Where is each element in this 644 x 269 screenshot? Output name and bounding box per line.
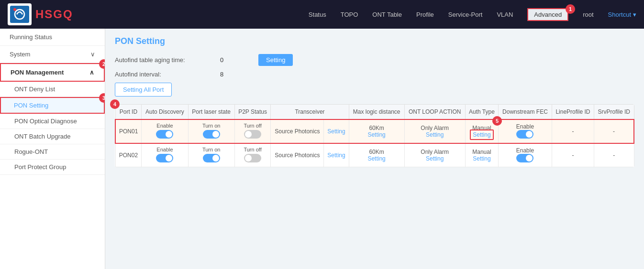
setting-all-port-button[interactable]: Setting All Port	[115, 83, 172, 97]
ont-loop-link[interactable]: Setting	[426, 131, 444, 138]
sidebar-pon-setting[interactable]: PON Setting	[0, 97, 105, 114]
max-dist-val: 60Km	[352, 125, 401, 131]
autofind-aging-value: 0	[220, 56, 249, 64]
port-laser-toggle[interactable]	[203, 130, 220, 139]
cell-p2p: Turn off	[234, 143, 271, 167]
cell-port-id: PON01	[115, 119, 142, 143]
auto-disc-toggle[interactable]	[156, 154, 173, 162]
port-laser-label: Turn on	[191, 147, 232, 152]
port-laser-label: Turn on	[191, 123, 232, 129]
col-transceiver: Transceiver	[271, 105, 349, 120]
cell-auto-disc: Enable	[142, 143, 188, 167]
cell-line-profile: -	[552, 143, 594, 167]
page-title: PON Setting	[115, 36, 634, 46]
cell-auto-disc: Enable	[142, 119, 188, 143]
cell-transceiver-name: Source Photonics	[271, 119, 324, 143]
max-dist-link[interactable]: Setting	[367, 155, 385, 162]
badge-4: 4	[110, 99, 120, 109]
autofind-interval-label: Autofind interval:	[115, 71, 211, 78]
cell-srv-profile: -	[594, 143, 634, 167]
ont-loop-label: Only Alarm	[408, 149, 462, 155]
content-area: PON Setting Autofind table aging time: 0…	[105, 29, 644, 269]
max-dist-val: 60Km	[352, 149, 401, 155]
svg-rect-0	[10, 6, 29, 23]
sidebar-rogue-ont[interactable]: Rogue-ONT	[0, 144, 105, 160]
col-srv-profile: SrvProfile ID	[594, 105, 634, 120]
cell-transceiver-name: Source Photonics	[271, 143, 324, 167]
auth-type-link[interactable]: Setting	[473, 155, 490, 162]
nav-advanced[interactable]: Advanced	[527, 8, 568, 21]
auth-type-link[interactable]: Setting	[470, 129, 493, 140]
sidebar-system[interactable]: System ∨	[0, 46, 105, 63]
nav-shortcut[interactable]: Shortcut ▾	[608, 11, 636, 18]
col-max-dist: Max logic distance	[349, 105, 404, 120]
autofind-interval-row: Autofind interval: 8	[115, 71, 634, 78]
auto-disc-label: Enable	[144, 123, 185, 129]
autofind-aging-row: Autofind table aging time: 0 Setting	[115, 54, 634, 66]
col-auto-disc: Auto Discovery	[142, 105, 188, 120]
p2p-label: Turn off	[238, 147, 268, 152]
sidebar-running-status[interactable]: Running Status	[0, 29, 105, 46]
cell-max-dist: 60Km Setting	[349, 143, 404, 167]
cell-ds-fec: Enable	[499, 119, 552, 143]
autofind-interval-value: 8	[220, 71, 249, 78]
autofind-aging-label: Autofind table aging time:	[115, 56, 211, 64]
badge-3: 3	[99, 93, 105, 103]
cell-transceiver-link[interactable]: Setting	[324, 143, 349, 167]
port-laser-toggle[interactable]	[203, 154, 220, 162]
nav-vlan[interactable]: VLAN	[497, 11, 513, 18]
setting-button[interactable]: Setting	[258, 54, 293, 66]
cell-port-laser: Turn on	[188, 143, 234, 167]
table-row: PON01 Enable Turn on Turn off	[115, 119, 634, 143]
auth-type-label: Manual	[468, 149, 495, 155]
ont-loop-link[interactable]: Setting	[426, 155, 444, 162]
sidebar-pon-management[interactable]: PON Management ∧	[0, 63, 105, 82]
p2p-label: Turn off	[238, 123, 268, 129]
max-dist-link[interactable]: Setting	[367, 131, 385, 138]
ds-fec-toggle[interactable]	[516, 130, 533, 139]
col-line-profile: LineProfile ID	[552, 105, 594, 120]
nav-status[interactable]: Status	[309, 11, 326, 18]
cell-line-profile: -	[552, 119, 594, 143]
main-layout: Running Status System ∨ PON Management ∧…	[0, 29, 644, 269]
nav-profile[interactable]: Profile	[416, 11, 434, 18]
cell-ont-loop: Only Alarm Setting	[404, 119, 465, 143]
sidebar-ont-batch[interactable]: ONT Batch Upgrade	[0, 129, 105, 144]
ds-fec-label: Enable	[501, 147, 549, 154]
pon-table: Port ID Auto Discovery Port laser state …	[115, 104, 634, 167]
cell-port-id: PON02	[115, 143, 142, 167]
svg-point-2	[13, 8, 16, 11]
cell-max-dist: 60Km Setting	[349, 119, 404, 143]
badge-5: 5	[492, 116, 502, 126]
cell-srv-profile: -	[594, 119, 634, 143]
badge-1: 1	[566, 4, 575, 14]
ds-fec-label: Enable	[501, 123, 549, 130]
logo-area: HSGQ	[8, 3, 73, 25]
badge-2: 2	[99, 59, 105, 69]
brand-name: HSGQ	[35, 8, 73, 21]
cell-transceiver-link[interactable]: Setting	[324, 119, 349, 143]
sidebar-pon-optical[interactable]: PON Optical Diagnose	[0, 114, 105, 129]
col-port-id: Port ID	[115, 105, 142, 120]
p2p-toggle[interactable]	[244, 130, 261, 139]
cell-ont-loop: Only Alarm Setting	[404, 143, 465, 167]
col-p2p: P2P Status	[234, 105, 271, 120]
auto-disc-toggle[interactable]	[156, 130, 173, 139]
cell-port-laser: Turn on	[188, 119, 234, 143]
header: HSGQ Status TOPO ONT Table Profile Servi…	[0, 0, 644, 29]
nav-ont-table[interactable]: ONT Table	[372, 11, 402, 18]
ont-loop-label: Only Alarm	[408, 125, 462, 131]
auto-disc-label: Enable	[144, 147, 185, 152]
sidebar-ont-deny-list[interactable]: ONT Deny List	[0, 82, 105, 97]
cell-auth-type: Manual Setting	[465, 143, 498, 167]
sidebar-port-protect[interactable]: Port Protect Group	[0, 160, 105, 175]
nav-service-port[interactable]: Service-Port	[448, 11, 483, 18]
cell-ds-fec: Enable	[499, 143, 552, 167]
col-port-laser: Port laser state	[188, 105, 234, 120]
table-row: PON02 Enable Turn on Turn off	[115, 143, 634, 167]
nav-topo[interactable]: TOPO	[341, 11, 358, 18]
p2p-toggle[interactable]	[244, 154, 261, 162]
ds-fec-toggle[interactable]	[516, 154, 533, 162]
logo-icon	[8, 3, 32, 25]
nav-links: Status TOPO ONT Table Profile Service-Po…	[309, 11, 636, 18]
